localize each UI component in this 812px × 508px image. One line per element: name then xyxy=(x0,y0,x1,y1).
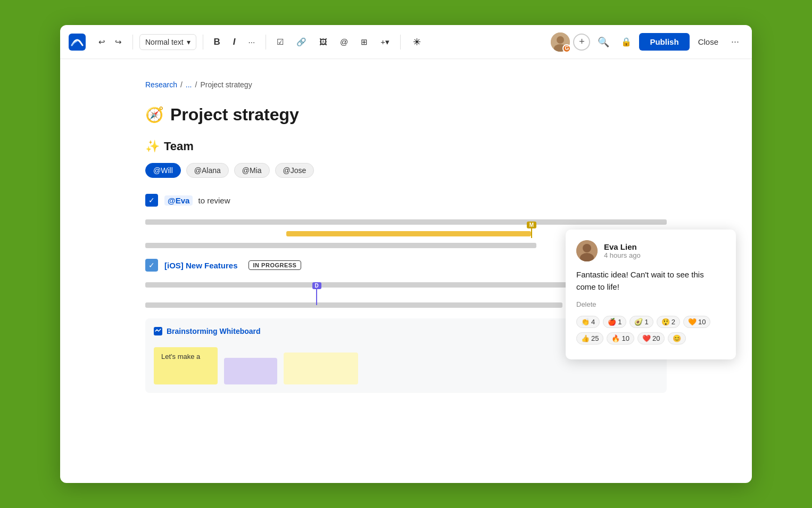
whiteboard-icon xyxy=(154,327,162,335)
reaction-heart-count: 20 xyxy=(652,334,660,342)
sticky-purple xyxy=(224,358,277,384)
toolbar-divider-2 xyxy=(203,35,203,50)
close-button[interactable]: Close xyxy=(693,34,724,50)
lock-button[interactable]: 🔒 xyxy=(617,34,636,50)
checklist-checkbox[interactable]: ✓ xyxy=(145,259,158,272)
comment-author-info: Eva Lien 4 hours ago xyxy=(604,242,641,259)
reaction-avocado[interactable]: 🥑 1 xyxy=(629,316,653,328)
redo-button[interactable]: ↪ xyxy=(111,34,126,50)
reaction-fire-count: 10 xyxy=(622,334,629,342)
format-chevron-icon: ▾ xyxy=(187,38,190,46)
reaction-thumbsup-count: 25 xyxy=(591,334,599,342)
link-button[interactable]: 🔗 xyxy=(292,34,311,50)
task-checkbox[interactable]: ✓ xyxy=(145,194,158,207)
reaction-fire[interactable]: 🔥 10 xyxy=(607,332,634,345)
reactions-row-1: 👏 4 🍎 1 🥑 1 😲 2 🧡 10 xyxy=(576,316,725,328)
avatar-badge: G xyxy=(562,44,571,53)
comment-author-name: Eva Lien xyxy=(604,242,641,251)
publish-button[interactable]: Publish xyxy=(639,33,689,51)
more-text-button[interactable]: ··· xyxy=(244,34,260,50)
reactions-row-2: 👍 25 🔥 10 ❤️ 20 😊 xyxy=(576,332,725,345)
status-badge: IN PROGRESS xyxy=(248,260,302,270)
page-title[interactable]: Project strategy xyxy=(170,105,299,125)
gantt-bar-yellow: M xyxy=(286,231,532,236)
page-title-row: 🧭 Project strategy xyxy=(145,105,667,125)
mention-will[interactable]: @Will xyxy=(145,163,181,178)
svg-point-2 xyxy=(557,36,564,44)
gantt-bar-gray-2 xyxy=(145,302,562,308)
add-collaborator-button[interactable]: + xyxy=(573,34,590,51)
reaction-clap-emoji: 👏 xyxy=(581,318,590,326)
reaction-orange[interactable]: 🧡 10 xyxy=(683,316,710,328)
reaction-apple-count: 1 xyxy=(618,318,622,326)
sticky-yellow: Let's make a xyxy=(154,347,218,384)
reaction-thumbsup[interactable]: 👍 25 xyxy=(576,332,603,345)
task-text: @Eva to review xyxy=(164,196,230,205)
user-avatar-wrapper[interactable]: G xyxy=(551,32,570,52)
cursor-m: M xyxy=(527,222,536,238)
ai-sparkle-icon: ✳ xyxy=(409,35,424,50)
breadcrumb-current: Project strategy xyxy=(200,80,252,89)
format-dropdown[interactable]: Normal text ▾ xyxy=(139,34,196,50)
format-label: Normal text xyxy=(145,38,184,46)
more-options-button[interactable]: ··· xyxy=(727,34,743,50)
comment-delete-button[interactable]: Delete xyxy=(576,300,725,308)
task-mention[interactable]: @Eva xyxy=(164,195,193,206)
toolbar-divider-4 xyxy=(400,35,401,50)
reaction-apple[interactable]: 🍎 1 xyxy=(603,316,626,328)
app-window: ↩ ↪ Normal text ▾ B I ··· ☑ 🔗 🖼 @ ⊞ +▾ ✳ xyxy=(60,25,752,483)
whiteboard-title[interactable]: Brainstorming Whiteboard xyxy=(167,327,261,335)
bold-button[interactable]: B xyxy=(210,34,225,51)
comment-avatar xyxy=(576,240,598,261)
mention-alana[interactable]: @Alana xyxy=(186,163,229,178)
comment-header: Eva Lien 4 hours ago xyxy=(576,240,725,261)
breadcrumb-research[interactable]: Research xyxy=(145,80,177,89)
content-area: Research / ... / Project strategy 🧭 Proj… xyxy=(60,59,752,483)
mention-jose[interactable]: @Jose xyxy=(275,163,314,178)
task-row: ✓ @Eva to review xyxy=(145,194,667,207)
mention-button[interactable]: @ xyxy=(336,34,352,50)
toolbar-divider-1 xyxy=(132,35,133,50)
reaction-smile-emoji: 😊 xyxy=(673,334,681,342)
reaction-thumbsup-emoji: 👍 xyxy=(581,334,590,342)
task-button[interactable]: ☑ xyxy=(272,34,288,50)
mention-mia[interactable]: @Mia xyxy=(234,163,270,178)
cursor-m-line xyxy=(531,228,532,238)
section-heading-text: Team xyxy=(164,140,194,153)
breadcrumb-sep-1: / xyxy=(180,80,183,89)
toolbar-divider-3 xyxy=(266,35,266,50)
reaction-orange-count: 10 xyxy=(698,318,706,326)
item-link[interactable]: [iOS] New Features xyxy=(164,261,238,270)
sticky-light-yellow xyxy=(284,353,358,384)
cursor-d-badge: D xyxy=(312,282,321,289)
reaction-heart[interactable]: ❤️ 20 xyxy=(637,332,665,345)
svg-point-6 xyxy=(583,244,591,252)
task-action: to review xyxy=(198,196,230,205)
comment-time: 4 hours ago xyxy=(604,251,641,259)
gantt-bar-gray-full xyxy=(145,219,667,225)
reaction-avocado-emoji: 🥑 xyxy=(634,318,643,326)
toolbar: ↩ ↪ Normal text ▾ B I ··· ☑ 🔗 🖼 @ ⊞ +▾ ✳ xyxy=(60,25,752,59)
reaction-apple-emoji: 🍎 xyxy=(608,318,616,326)
reaction-fire-emoji: 🔥 xyxy=(611,334,620,342)
undo-button[interactable]: ↩ xyxy=(94,34,110,50)
reaction-surprised-emoji: 😲 xyxy=(661,318,670,326)
image-button[interactable]: 🖼 xyxy=(315,34,332,50)
insert-button[interactable]: +▾ xyxy=(376,34,394,50)
reaction-surprised[interactable]: 😲 2 xyxy=(657,316,680,328)
reaction-surprised-count: 2 xyxy=(672,318,675,326)
reaction-heart-emoji: ❤️ xyxy=(642,334,651,342)
undo-redo-group: ↩ ↪ xyxy=(94,34,126,50)
ai-button[interactable]: ✳ xyxy=(407,32,426,52)
search-button[interactable]: 🔍 xyxy=(593,33,614,51)
reaction-smile[interactable]: 😊 xyxy=(668,332,686,345)
reaction-clap-count: 4 xyxy=(591,318,595,326)
reaction-clap[interactable]: 👏 4 xyxy=(576,316,600,328)
table-button[interactable]: ⊞ xyxy=(357,34,372,50)
breadcrumb: Research / ... / Project strategy xyxy=(145,80,667,89)
gantt-bar-gray-partial xyxy=(145,243,536,248)
italic-button[interactable]: I xyxy=(229,34,240,51)
breadcrumb-ellipsis[interactable]: ... xyxy=(186,80,192,89)
cursor-d-line xyxy=(316,289,317,305)
page-icon: 🧭 xyxy=(145,106,164,124)
